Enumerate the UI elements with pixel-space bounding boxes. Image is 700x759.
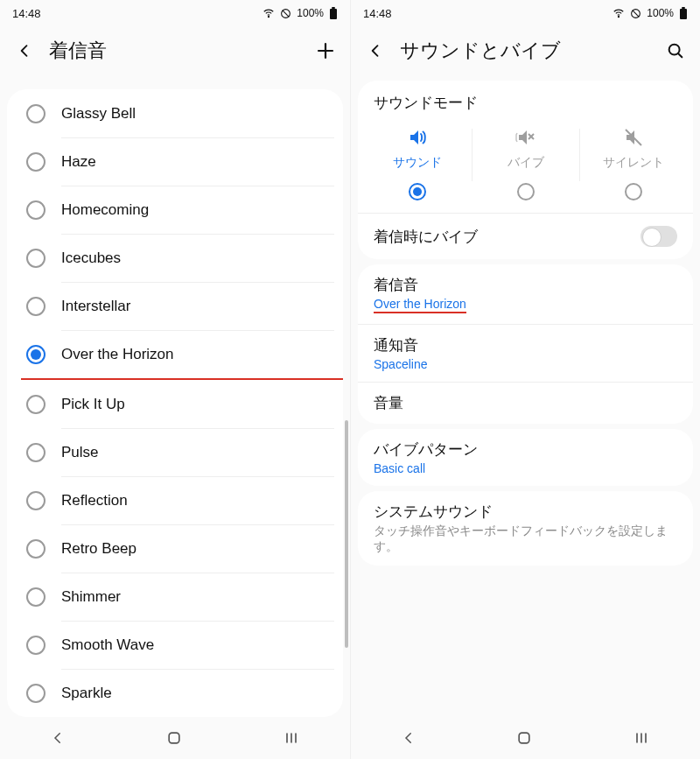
page-title: サウンドとバイブ bbox=[400, 38, 561, 64]
back-button[interactable] bbox=[12, 39, 37, 63]
ringtone-row[interactable]: Interstellar bbox=[7, 282, 343, 330]
ringtone-radio[interactable] bbox=[26, 587, 46, 607]
ringtone-row[interactable]: Reflection bbox=[7, 476, 343, 524]
sound-setting-row[interactable]: 着信音Over the Horizon bbox=[358, 264, 693, 324]
ringtone-label: Interstellar bbox=[61, 298, 130, 315]
sound-mode-radio[interactable] bbox=[625, 183, 642, 200]
search-button[interactable] bbox=[663, 39, 688, 63]
ringtone-label: Sparkle bbox=[61, 685, 112, 702]
nav-recents-button[interactable] bbox=[633, 729, 650, 747]
system-sound-row[interactable]: システムサウンド タッチ操作音やキーボードフィードバックを設定します。 bbox=[358, 491, 693, 566]
sound-setting-title: 着信音 bbox=[374, 275, 677, 295]
ringtone-radio[interactable] bbox=[26, 684, 46, 703]
ringtone-label: Retro Beep bbox=[61, 540, 136, 558]
sound-setting-row[interactable]: 音量 bbox=[358, 382, 693, 424]
sound-mode-option[interactable]: サウンド bbox=[363, 123, 472, 204]
screen-sound-and-vibration: 14:48 100% サウンドとバイブ サウンドモード サウンドバイブサイレント bbox=[350, 0, 700, 759]
svg-rect-14 bbox=[680, 9, 687, 19]
ringtone-radio[interactable] bbox=[26, 249, 46, 268]
sound-mode-radio[interactable] bbox=[409, 183, 426, 200]
sound-mode-label: サイレント bbox=[579, 155, 688, 171]
svg-rect-4 bbox=[332, 7, 335, 9]
sound-settings-card: 着信音Over the Horizon通知音Spaceline音量 bbox=[358, 264, 693, 424]
nav-bar bbox=[0, 717, 350, 759]
sound-mode-card: サウンドモード サウンドバイブサイレント 着信時にバイブ bbox=[358, 81, 693, 259]
title-bar: サウンドとバイブ bbox=[351, 26, 700, 75]
vibrate-on-ring-row[interactable]: 着信時にバイブ bbox=[358, 213, 693, 259]
status-bar: 14:48 100% bbox=[0, 0, 350, 26]
ringtone-row[interactable]: Pick It Up bbox=[7, 380, 343, 428]
ringtone-label: Glassy Bell bbox=[61, 105, 136, 123]
sound-setting-sub: Over the Horizon bbox=[374, 297, 677, 313]
ringtone-radio[interactable] bbox=[26, 636, 46, 655]
nav-home-button[interactable] bbox=[515, 729, 533, 747]
battery-text: 100% bbox=[297, 7, 324, 19]
sound-setting-row[interactable]: 通知音Spaceline bbox=[358, 324, 693, 382]
nav-back-button[interactable] bbox=[50, 730, 66, 746]
ringtone-row[interactable]: Glassy Bell bbox=[7, 89, 343, 137]
page-title: 着信音 bbox=[49, 38, 107, 64]
vibe-pattern-title: バイブパターン bbox=[374, 439, 677, 460]
back-button[interactable] bbox=[363, 39, 388, 63]
ringtone-row[interactable]: Over the Horizon bbox=[7, 330, 343, 378]
clock: 14:48 bbox=[363, 7, 392, 20]
svg-line-17 bbox=[678, 53, 682, 57]
no-sign-icon bbox=[630, 8, 641, 19]
nav-back-button[interactable] bbox=[401, 730, 416, 746]
sound-mode-option[interactable]: バイブ bbox=[472, 123, 580, 204]
ringtone-radio[interactable] bbox=[26, 297, 46, 316]
ringtone-radio[interactable] bbox=[26, 539, 46, 559]
speaker-icon bbox=[363, 123, 472, 151]
ringtone-label: Icecubes bbox=[61, 249, 121, 267]
vibe-pattern-card: バイブパターン Basic call bbox=[358, 429, 693, 486]
svg-point-0 bbox=[269, 17, 270, 18]
ringtone-label: Pulse bbox=[61, 444, 99, 461]
sound-mode-heading: サウンドモード bbox=[358, 81, 693, 122]
svg-rect-21 bbox=[520, 733, 530, 743]
status-bar: 14:48 100% bbox=[351, 0, 700, 26]
ringtone-radio[interactable] bbox=[26, 345, 46, 364]
sound-setting-title: 通知音 bbox=[374, 335, 677, 355]
ringtone-row[interactable]: Homecoming bbox=[7, 186, 343, 234]
system-sound-card: システムサウンド タッチ操作音やキーボードフィードバックを設定します。 bbox=[358, 491, 693, 566]
scrollbar[interactable] bbox=[345, 420, 348, 648]
sound-mode-option[interactable]: サイレント bbox=[579, 123, 688, 204]
vibrate-on-ring-toggle[interactable] bbox=[640, 226, 677, 247]
ringtone-row[interactable]: Pulse bbox=[7, 428, 343, 476]
ringtone-label: Haze bbox=[61, 153, 96, 171]
vibe-pattern-row[interactable]: バイブパターン Basic call bbox=[358, 429, 693, 486]
ringtone-radio[interactable] bbox=[26, 104, 46, 123]
battery-text: 100% bbox=[647, 7, 674, 19]
ringtone-list: Glassy BellHazeHomecomingIcecubesInterst… bbox=[7, 89, 343, 717]
wifi-icon bbox=[262, 7, 275, 19]
system-sound-title: システムサウンド bbox=[374, 502, 677, 522]
svg-rect-7 bbox=[169, 733, 179, 743]
clock: 14:48 bbox=[12, 7, 41, 20]
ringtone-radio[interactable] bbox=[26, 152, 46, 172]
title-bar: 着信音 bbox=[0, 26, 350, 75]
ringtone-row[interactable]: Retro Beep bbox=[7, 524, 343, 573]
ringtone-radio[interactable] bbox=[26, 491, 46, 510]
add-button[interactable] bbox=[313, 39, 338, 63]
ringtone-row[interactable]: Sparkle bbox=[7, 669, 343, 717]
mute-icon bbox=[579, 123, 688, 151]
ringtone-radio[interactable] bbox=[26, 395, 46, 414]
vibrate-on-ring-label: 着信時にバイブ bbox=[374, 227, 478, 247]
ringtone-row[interactable]: Icecubes bbox=[7, 234, 343, 282]
nav-home-button[interactable] bbox=[165, 729, 183, 747]
ringtone-label: Over the Horizon bbox=[61, 346, 174, 363]
battery-full-icon bbox=[329, 7, 338, 20]
ringtone-radio[interactable] bbox=[26, 443, 46, 462]
vibe-pattern-sub: Basic call bbox=[374, 461, 677, 475]
ringtone-row[interactable]: Shimmer bbox=[7, 573, 343, 621]
svg-point-11 bbox=[619, 17, 620, 18]
sound-mode-label: サウンド bbox=[363, 155, 472, 171]
ringtone-row[interactable]: Smooth Wave bbox=[7, 621, 343, 669]
ringtone-radio[interactable] bbox=[26, 200, 46, 220]
sound-mode-radio[interactable] bbox=[517, 183, 535, 200]
nav-recents-button[interactable] bbox=[283, 729, 300, 747]
screen-ringtone: 14:48 100% 着信音 Glassy BellHazeHomecoming… bbox=[0, 0, 350, 759]
battery-full-icon bbox=[679, 7, 688, 20]
svg-rect-15 bbox=[682, 7, 685, 9]
ringtone-row[interactable]: Haze bbox=[7, 137, 343, 186]
